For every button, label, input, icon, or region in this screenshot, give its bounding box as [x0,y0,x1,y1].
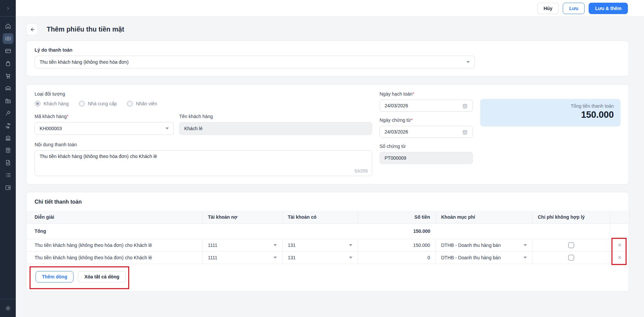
object-type-label: Loại đối tượng [35,91,372,97]
document-no-label: Số chứng từ [380,144,473,149]
col-description: Diễn giải [27,211,202,223]
radio-employee[interactable]: Nhân viên [127,101,157,107]
sidebar-item-home[interactable] [3,21,13,32]
sidebar-item-wallet[interactable] [3,182,13,193]
row-amount[interactable]: 0 [358,251,436,264]
chevron-down-icon [524,244,527,246]
table-row: Thu tiền khách hàng (không theo hóa đơn)… [27,239,629,251]
sidebar-item-list[interactable] [3,170,13,180]
shopping-bag-icon [5,60,11,67]
payment-content-textarea[interactable]: Thu tiền khách hàng (không theo hóa đơn)… [35,150,372,176]
add-row-button[interactable]: Thêm dòng [36,271,73,282]
posting-date-field[interactable]: 24/03/2026 [380,100,473,112]
calendar-icon[interactable] [462,103,468,109]
customer-name-field: Khách lẻ [179,122,372,135]
posting-date-label: Ngày hạch toán* [380,91,473,97]
sidebar-item-tools[interactable] [3,108,13,118]
voucher-info-card: Loại đối tượng Khách hàng Nhà cung cấp N… [26,84,629,184]
total-amount-value: 150.000 [487,110,614,120]
home-icon [5,23,11,30]
save-and-add-button[interactable]: Lưu & thêm [589,3,628,14]
total-amount-panel: Tổng tiền thanh toán 150.000 [480,99,621,126]
row-credit-account-select[interactable]: 131 [288,255,352,260]
payment-reason-select[interactable]: Thu tiền khách hàng (không theo hóa đơn) [35,56,475,68]
shopping-cart-icon [5,72,11,79]
payment-content-label: Nội dung thanh toán [35,142,372,147]
sidebar-expand-button[interactable] [3,3,13,14]
hand-coins-icon [5,122,11,129]
radio-icon [35,101,41,107]
close-icon [617,243,622,248]
document-date-label: Ngày chứng từ* [380,117,473,123]
building-icon [5,97,11,104]
row-expense-item-select[interactable]: DTHB - Doanh thu hàng bán [441,255,527,260]
radio-customer[interactable]: Khách hàng [35,101,69,107]
chevron-down-icon [274,244,277,246]
row-description[interactable]: Thu tiền khách hàng (không theo hóa đơn)… [27,251,202,264]
delete-all-rows-button[interactable]: Xóa tất cả dòng [78,271,126,282]
radio-icon [79,101,85,107]
sidebar-item-bank[interactable] [3,133,13,143]
save-button[interactable]: Lưu [563,3,585,14]
payment-reason-card: Lý do thanh toán Thu tiền khách hàng (kh… [26,41,629,76]
radio-employee-label: Nhân viên [136,101,157,106]
chevron-down-icon [349,244,352,246]
arrow-left-icon [29,27,35,33]
chevron-down-icon [165,127,169,129]
document-no-value: PT000009 [385,155,406,161]
required-asterisk: * [411,117,412,123]
detail-section-title: Chi tiết thanh toán [27,199,629,205]
row-debit-account-select[interactable]: 1111 [208,243,277,248]
sidebar [0,0,16,317]
chevron-down-icon [466,61,470,63]
document-date-field[interactable]: 24/03/2026 [380,126,473,138]
gear-icon [5,305,11,312]
col-actions [610,211,629,223]
chevron-down-icon [524,257,527,259]
payment-reason-value: Thu tiền khách hàng (không theo hóa đơn) [40,59,129,65]
sidebar-item-bank-card[interactable] [3,46,13,56]
wallet-icon [5,184,11,191]
unreasonable-expense-checkbox[interactable] [568,255,574,261]
document-date-value: 24/03/2026 [385,129,408,135]
row-debit-account-select[interactable]: 1111 [208,255,277,260]
credit-card-icon [5,48,11,54]
total-row-amount: 150.000 [358,223,436,239]
sidebar-item-payroll[interactable] [3,120,13,131]
unreasonable-expense-checkbox[interactable] [568,242,574,248]
back-button[interactable] [26,23,38,35]
list-icon [5,172,11,178]
total-row-label: Tổng [27,223,202,239]
chevron-down-icon [274,257,277,259]
payment-detail-card: Chi tiết thanh toán Diễn giải Tài khoản … [26,192,629,292]
warehouse-icon [5,85,11,92]
customer-name-value: Khách lẻ [184,126,202,131]
table-header-row: Diễn giải Tài khoản nợ Tài khoản có Số t… [27,211,629,223]
sidebar-item-documents[interactable] [3,157,13,168]
sidebar-item-purchase[interactable] [3,70,13,81]
cancel-button[interactable]: Hủy [537,3,559,14]
customer-code-value: KH000003 [40,126,62,131]
sidebar-item-sales[interactable] [3,58,13,69]
row-amount[interactable]: 150.000 [358,239,436,251]
calendar-icon[interactable] [462,129,468,135]
sidebar-item-invoice[interactable] [3,145,13,156]
char-counter: 53/255 [354,168,368,173]
posting-date-value: 24/03/2026 [385,103,408,108]
sidebar-item-warehouse[interactable] [3,83,13,94]
row-expense-item-select[interactable]: DTHB - Doanh thu hàng bán [441,243,527,248]
sidebar-item-settings[interactable] [3,303,13,314]
topbar: Hủy Lưu Lưu & thêm [16,0,644,17]
invoice-money-icon [5,147,11,154]
sidebar-item-cash[interactable] [3,33,13,44]
sidebar-item-company[interactable] [3,95,13,106]
document-no-field: PT000009 [380,152,473,164]
radio-customer-label: Khách hàng [44,101,69,106]
delete-row-button[interactable] [615,254,624,262]
row-description[interactable]: Thu tiền khách hàng (không theo hóa đơn)… [27,239,202,251]
radio-supplier[interactable]: Nhà cung cấp [79,101,117,107]
row-credit-account-select[interactable]: 131 [288,243,352,248]
delete-row-button[interactable] [615,241,624,249]
required-asterisk: * [67,114,68,119]
customer-code-select[interactable]: KH000003 [35,122,174,135]
